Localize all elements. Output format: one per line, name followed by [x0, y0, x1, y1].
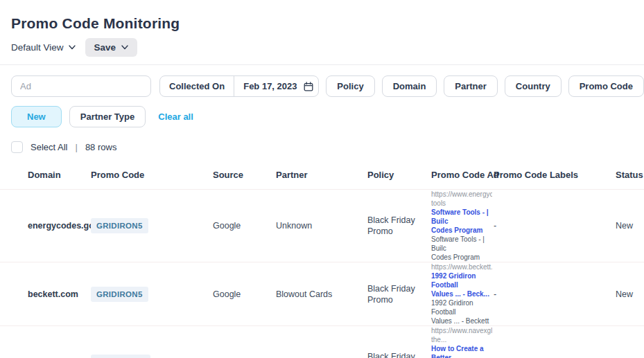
- promo-code-monitoring-page: Promo Code Monitoring Default View Save: [0, 0, 644, 358]
- row-count: 88 rows: [85, 142, 117, 152]
- ad-title-link[interactable]: 1992 Gridiron Football Values ... - Beck…: [431, 271, 492, 298]
- save-button[interactable]: Save: [85, 38, 138, 57]
- filter-button-promo-code[interactable]: Promo Code: [568, 75, 644, 97]
- domain-cell: beckett.com: [28, 289, 91, 299]
- start-date-value: Feb 17, 2023: [243, 81, 297, 91]
- policy-cell: Black Friday Policy: [367, 351, 431, 358]
- page-header: Promo Code Monitoring Default View Save: [0, 0, 644, 57]
- select-all-checkbox[interactable]: [11, 141, 23, 153]
- view-selector-label: Default View: [11, 42, 64, 53]
- ad-url: https://www.navexglot the...: [431, 326, 492, 344]
- ad-url: https://www.beckett.cc: [431, 262, 492, 271]
- column-header-policy: Policy: [367, 170, 431, 180]
- filter-button-domain[interactable]: Domain: [382, 75, 437, 97]
- page-title: Promo Code Monitoring: [11, 15, 633, 32]
- table-row[interactable]: beckett.com GRIDIRON5 Google Blowout Car…: [0, 262, 644, 326]
- calendar-icon: [304, 82, 313, 91]
- filter-button-country[interactable]: Country: [505, 75, 562, 97]
- column-header-source: Source: [213, 170, 276, 180]
- ad-filter-input[interactable]: [11, 75, 151, 97]
- policy-cell: Black Friday Promo: [367, 215, 431, 237]
- domain-cell: energycodes.gov: [28, 221, 91, 231]
- ad-description: 1992 Gridiron Football Values ... - Beck…: [431, 298, 492, 325]
- filter-button-partner[interactable]: Partner: [444, 75, 498, 97]
- filter-row-secondary: New Partner Type Clear all: [11, 106, 644, 127]
- ad-description: Software Tools - | Builc Codes Program: [431, 235, 492, 262]
- save-button-label: Save: [94, 42, 116, 53]
- status-cell: New: [616, 221, 644, 231]
- table-row[interactable]: energycodes.gov GRIDIRON5 Google Unknown…: [0, 190, 644, 262]
- chevron-down-icon: [121, 45, 128, 50]
- labels-cell: -: [494, 289, 616, 299]
- source-cell: Google: [213, 289, 276, 299]
- partner-cell: Unknown: [276, 221, 367, 231]
- column-header-status: Status: [616, 170, 644, 180]
- column-header-domain: Domain: [28, 170, 91, 180]
- clear-all-link[interactable]: Clear all: [158, 111, 193, 122]
- column-header-promo-code: Promo Code: [91, 170, 213, 180]
- selection-bar: Select All | 88 rows: [0, 141, 644, 153]
- chevron-down-icon: [69, 45, 76, 50]
- view-selector-dropdown[interactable]: Default View: [11, 42, 76, 53]
- filter-button-partner-type[interactable]: Partner Type: [69, 106, 146, 127]
- filter-button-policy[interactable]: Policy: [326, 75, 374, 97]
- select-all-label: Select All: [31, 142, 67, 152]
- promo-code-cell: ENSERVE10: [91, 355, 213, 358]
- partner-cell: Blowout Cards: [276, 289, 367, 299]
- selection-separator: |: [75, 142, 77, 152]
- promo-code-ad-cell: https://www.energycoc tools Software Too…: [431, 190, 492, 262]
- promo-code-badge: ENSERVE10: [91, 355, 150, 358]
- status-cell: New: [616, 289, 644, 299]
- ad-title-link[interactable]: How to Create a Better NextNAVE...: [431, 344, 492, 358]
- promo-code-badge: GRIDIRON5: [91, 287, 148, 302]
- labels-cell: -: [494, 221, 616, 231]
- table-header: Domain Promo Code Source Partner Policy …: [0, 170, 644, 190]
- collected-on-text: Collected On: [169, 81, 225, 91]
- filter-row-primary: Collected On Feb 17, 2023 End Date: [11, 75, 644, 97]
- column-header-promo-code-labels: Promo Code Labels: [494, 170, 616, 180]
- policy-cell: Black Friday Promo: [367, 283, 431, 305]
- column-header-promo-code-ad: Promo Code Ad: [431, 170, 494, 180]
- column-header-partner: Partner: [276, 170, 367, 180]
- status-filter-chip-new[interactable]: New: [11, 106, 62, 127]
- source-cell: Google: [213, 221, 276, 231]
- promo-code-cell: GRIDIRON5: [91, 287, 213, 302]
- ad-title-link[interactable]: Software Tools - | Builc Codes Program: [431, 208, 492, 235]
- view-bar: Default View Save: [11, 38, 633, 57]
- collected-on-label: Collected On: [160, 76, 234, 96]
- ad-url: https://www.energycoc tools: [431, 190, 492, 208]
- date-range-filter: Collected On Feb 17, 2023 End Date: [159, 75, 319, 97]
- table-row[interactable]: navexglobal.com ENSERVE10 Google Unknown…: [0, 326, 644, 358]
- promo-code-ad-cell: https://www.beckett.cc 1992 Gridiron Foo…: [431, 262, 492, 325]
- promo-code-cell: GRIDIRON5: [91, 218, 213, 233]
- start-date-picker[interactable]: Feb 17, 2023: [234, 76, 319, 96]
- promo-code-ad-cell: https://www.navexglot the... How to Crea…: [431, 326, 492, 358]
- filter-section: Collected On Feb 17, 2023 End Date: [0, 65, 644, 127]
- promo-code-badge: GRIDIRON5: [91, 218, 148, 233]
